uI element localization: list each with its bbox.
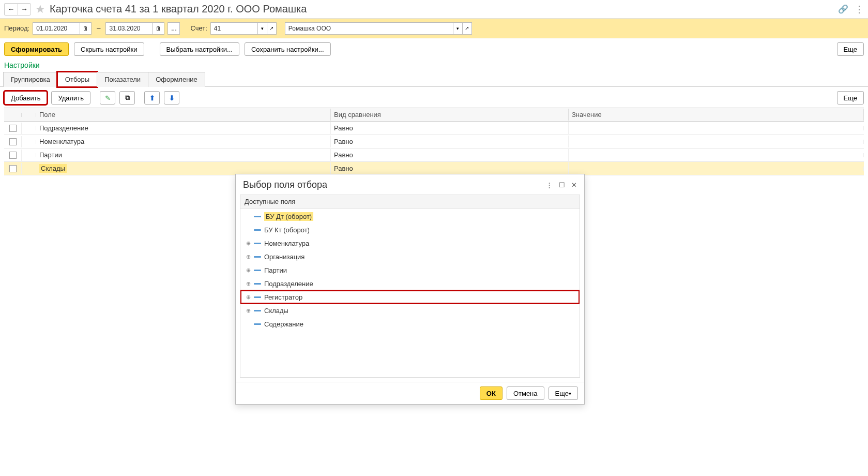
col-value: Значение	[569, 109, 864, 121]
table-row[interactable]: ПартииРавно	[4, 148, 864, 162]
kebab-menu-icon[interactable]: ⋮	[855, 4, 864, 15]
choose-settings-button[interactable]: Выбрать настройки...	[160, 42, 239, 56]
row-compare-label: Равно	[331, 122, 569, 134]
back-button[interactable]: ←	[4, 3, 18, 16]
add-filter-button[interactable]: Добавить	[4, 91, 47, 105]
edit-icon-button[interactable]: ✎	[100, 91, 115, 105]
settings-tabs: Группировка Отборы Показатели Оформление	[0, 71, 868, 87]
row-checkbox[interactable]	[9, 138, 17, 145]
link-icon[interactable]: 🔗	[838, 4, 848, 14]
save-settings-button[interactable]: Сохранить настройки...	[245, 42, 331, 56]
settings-label: Настройки	[0, 60, 868, 71]
tab-indicators-label: Показатели	[104, 76, 141, 83]
more-button-top[interactable]: Еще	[837, 42, 864, 56]
open-icon: ↗	[465, 25, 469, 31]
date-to-value: 31.03.2020	[109, 25, 140, 32]
date-to-calendar-button[interactable]: 🗓	[153, 22, 164, 35]
tab-grouping-label: Группировка	[11, 76, 50, 83]
table-row[interactable]: ПодразделениеРавно	[4, 122, 864, 135]
date-from-input[interactable]: 01.01.2020	[33, 22, 80, 35]
row-value-cell[interactable]	[569, 126, 864, 130]
tab-indicators[interactable]: Показатели	[97, 72, 148, 87]
star-icon[interactable]: ★	[35, 3, 45, 16]
col-field: Поле	[36, 109, 331, 121]
date-from-calendar-button[interactable]: 🗓	[80, 22, 92, 35]
row-checkbox[interactable]	[9, 152, 17, 159]
parameter-bar: Период: 01.01.2020 🗓 – 31.03.2020 🗓 ... …	[0, 19, 868, 38]
account-value: 41	[214, 25, 221, 32]
row-field-label: Номенклатура	[39, 138, 84, 145]
row-value-cell[interactable]	[569, 167, 864, 171]
form-button-label: Сформировать	[11, 46, 62, 53]
date-to-input[interactable]: 31.03.2020	[105, 22, 153, 35]
row-value-cell[interactable]	[569, 153, 864, 157]
filters-grid: Поле Вид сравнения Значение Подразделени…	[4, 108, 864, 175]
arrow-down-icon: ⬇	[169, 94, 175, 102]
account-open-button[interactable]: ↗	[267, 22, 277, 35]
filter-more-label: Еще	[844, 94, 857, 102]
copy-icon-button[interactable]: ⧉	[119, 91, 135, 105]
tab-design[interactable]: Оформление	[148, 72, 205, 87]
more-label: Еще	[844, 46, 857, 53]
filter-more-button[interactable]: Еще	[837, 91, 864, 105]
dialog-header: Выбор поля отбора ⋮ ☐ ✕	[236, 174, 584, 175]
row-compare-label: Равно	[331, 136, 569, 147]
form-button[interactable]: Сформировать	[4, 42, 69, 56]
hide-settings-button[interactable]: Скрыть настройки	[74, 42, 144, 56]
calendar-icon: 🗓	[83, 25, 88, 32]
row-compare-label: Равно	[331, 162, 569, 174]
row-field-label: Склады	[39, 164, 67, 173]
save-settings-label: Сохранить настройки...	[251, 46, 324, 53]
chevron-down-icon: ▾	[261, 26, 264, 31]
row-checkbox[interactable]	[9, 165, 17, 172]
arrow-right-icon: →	[21, 5, 27, 13]
tab-design-label: Оформление	[156, 76, 197, 83]
arrow-left-icon: ←	[8, 5, 14, 13]
organization-input[interactable]: Ромашка ООО	[285, 22, 453, 35]
organization-value: Ромашка ООО	[288, 25, 331, 32]
copy-icon: ⧉	[125, 94, 130, 102]
delete-filter-button[interactable]: Удалить	[51, 91, 90, 105]
tab-filters-label: Отборы	[65, 76, 89, 83]
pencil-icon: ✎	[105, 94, 111, 102]
arrow-up-icon: ⬆	[149, 94, 155, 102]
date-from-value: 01.01.2020	[36, 25, 67, 32]
table-row[interactable]: НоменклатураРавно	[4, 135, 864, 148]
delete-filter-label: Удалить	[58, 94, 84, 102]
hide-settings-label: Скрыть настройки	[81, 46, 138, 53]
open-icon: ↗	[269, 25, 273, 31]
row-field-label: Подразделение	[39, 124, 88, 132]
account-dropdown-button[interactable]: ▾	[258, 22, 267, 35]
col-compare: Вид сравнения	[331, 109, 569, 121]
account-input[interactable]: 41	[210, 22, 258, 35]
move-up-button[interactable]: ⬆	[144, 91, 160, 105]
account-label: Счет:	[190, 24, 207, 32]
tab-filters[interactable]: Отборы	[57, 72, 97, 87]
field-picker-dialog: Выбор поля отбора ⋮ ☐ ✕ Доступные поля Б…	[235, 174, 585, 175]
dash-separator: –	[97, 24, 100, 32]
grid-header: Поле Вид сравнения Значение	[4, 108, 864, 122]
row-compare-label: Равно	[331, 149, 569, 161]
choose-settings-label: Выбрать настройки...	[166, 46, 233, 53]
row-checkbox[interactable]	[9, 125, 17, 132]
forward-button[interactable]: →	[18, 3, 31, 16]
add-filter-label: Добавить	[11, 94, 40, 102]
filter-toolbar: Добавить Удалить ✎ ⧉ ⬆ ⬇ Еще	[0, 87, 868, 108]
tab-grouping[interactable]: Группировка	[3, 72, 58, 87]
period-picker-button[interactable]: ...	[167, 22, 180, 35]
period-label: Период:	[4, 24, 29, 32]
title-bar: ← → ★ Карточка счета 41 за 1 квартал 202…	[0, 0, 868, 19]
organization-open-button[interactable]: ↗	[463, 22, 472, 35]
actions-row: Сформировать Скрыть настройки Выбрать на…	[0, 38, 868, 60]
calendar-icon: 🗓	[156, 25, 161, 32]
row-field-label: Партии	[39, 151, 62, 159]
row-value-cell[interactable]	[569, 140, 864, 144]
page-title: Карточка счета 41 за 1 квартал 2020 г. О…	[50, 3, 307, 15]
ellipsis-icon: ...	[171, 24, 177, 32]
chevron-down-icon: ▾	[456, 26, 459, 31]
organization-dropdown-button[interactable]: ▾	[453, 22, 463, 35]
move-down-button[interactable]: ⬇	[164, 91, 179, 105]
